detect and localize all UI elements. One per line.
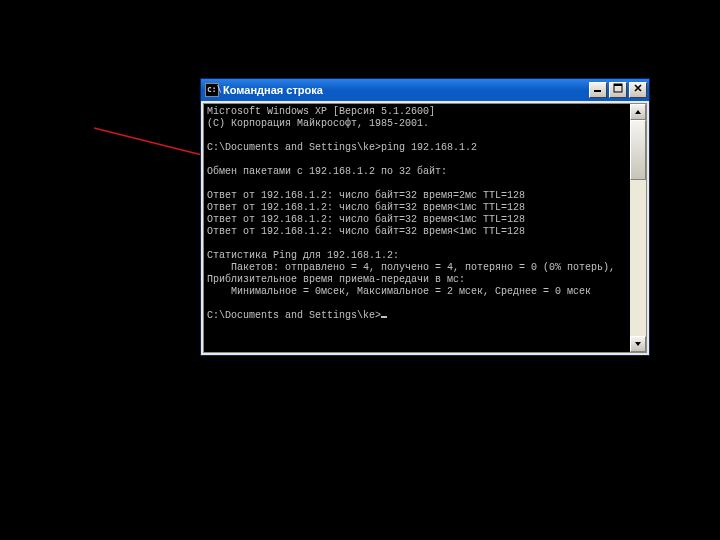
cursor	[381, 316, 387, 318]
svg-rect-3	[614, 84, 622, 86]
maximize-button[interactable]	[609, 82, 627, 98]
window-title: Командная строка	[223, 84, 589, 96]
scroll-track[interactable]	[630, 120, 646, 336]
console-output[interactable]: Microsoft Windows XP [Версия 5.1.2600] (…	[204, 104, 630, 352]
scroll-thumb[interactable]	[630, 120, 646, 180]
svg-rect-1	[594, 90, 601, 92]
cmd-icon: c:\	[205, 83, 219, 97]
vertical-scrollbar[interactable]	[630, 104, 646, 352]
client-area: Microsoft Windows XP [Версия 5.1.2600] (…	[203, 103, 647, 353]
cmd-window: c:\ Командная строка Microsoft Windows X…	[200, 78, 650, 356]
close-button[interactable]	[629, 82, 647, 98]
scroll-up-button[interactable]	[630, 104, 646, 120]
titlebar[interactable]: c:\ Командная строка	[201, 79, 649, 101]
scroll-down-button[interactable]	[630, 336, 646, 352]
minimize-button[interactable]	[589, 82, 607, 98]
